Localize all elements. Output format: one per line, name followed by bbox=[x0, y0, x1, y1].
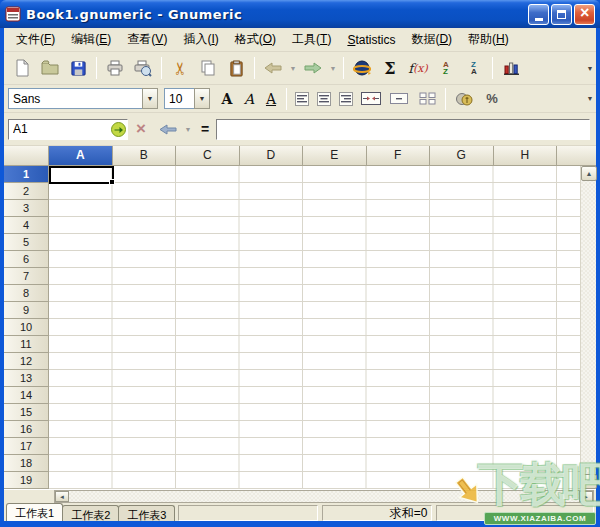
font-name-dropdown[interactable]: ▼ bbox=[142, 88, 158, 109]
row-header-18[interactable]: 18 bbox=[4, 455, 49, 472]
print-button[interactable] bbox=[101, 55, 129, 81]
scroll-up-button[interactable]: ▲ bbox=[581, 166, 597, 181]
column-header-g[interactable]: G bbox=[430, 146, 494, 166]
sheet-tab-1[interactable]: 工作表1 bbox=[6, 503, 63, 521]
row-header-19[interactable]: 19 bbox=[4, 472, 49, 489]
row-header-15[interactable]: 15 bbox=[4, 404, 49, 421]
center-across-button[interactable] bbox=[357, 86, 385, 112]
sort-ascending-button[interactable]: AZ bbox=[432, 55, 460, 81]
cell-name-box bbox=[8, 119, 128, 140]
goto-cell-icon[interactable] bbox=[111, 122, 126, 137]
toolbar-overflow-dropdown[interactable]: ▼ bbox=[584, 65, 596, 72]
align-left-button[interactable] bbox=[291, 88, 313, 110]
sheet-tab-3[interactable]: 工作表3 bbox=[118, 505, 175, 521]
row-header-3[interactable]: 3 bbox=[4, 200, 49, 217]
menu-item-h[interactable]: 帮助(H) bbox=[460, 28, 517, 51]
row-header-11[interactable]: 11 bbox=[4, 336, 49, 353]
menu-item-v[interactable]: 查看(V) bbox=[119, 28, 175, 51]
row-header-4[interactable]: 4 bbox=[4, 217, 49, 234]
horizontal-scrollbar[interactable]: ◄ ► bbox=[54, 490, 594, 503]
insert-function-button[interactable]: f(x) bbox=[404, 55, 432, 81]
cancel-edit-button[interactable]: × bbox=[128, 119, 154, 139]
print-icon bbox=[106, 59, 124, 77]
hyperlink-button[interactable] bbox=[348, 55, 376, 81]
font-size-dropdown[interactable]: ▼ bbox=[194, 88, 210, 109]
formula-input[interactable] bbox=[216, 119, 590, 140]
row-header-17[interactable]: 17 bbox=[4, 438, 49, 455]
row-header-1[interactable]: 1 bbox=[4, 166, 49, 183]
scroll-right-button[interactable]: ► bbox=[579, 491, 593, 502]
menu-item-i[interactable]: 插入(I) bbox=[175, 28, 226, 51]
column-header-h[interactable]: H bbox=[494, 146, 558, 166]
edit-dropdown[interactable]: ▼ bbox=[182, 126, 194, 133]
row-header-7[interactable]: 7 bbox=[4, 268, 49, 285]
row-header-14[interactable]: 14 bbox=[4, 387, 49, 404]
open-file-button[interactable] bbox=[36, 55, 64, 81]
sort-descending-button[interactable]: ZA bbox=[460, 55, 488, 81]
cell-reference-input[interactable] bbox=[8, 119, 128, 140]
split-cells-button[interactable] bbox=[413, 86, 441, 112]
row-header-12[interactable]: 12 bbox=[4, 353, 49, 370]
row-header-5[interactable]: 5 bbox=[4, 234, 49, 251]
close-button[interactable]: × bbox=[574, 4, 595, 25]
row-header-8[interactable]: 8 bbox=[4, 285, 49, 302]
paste-button[interactable] bbox=[222, 55, 250, 81]
row-header-16[interactable]: 16 bbox=[4, 421, 49, 438]
vertical-scrollbar[interactable]: ▲ ▼ bbox=[580, 166, 596, 489]
cut-button[interactable]: ✂ bbox=[166, 55, 194, 81]
column-header-d[interactable]: D bbox=[240, 146, 304, 166]
accept-edit-button[interactable] bbox=[154, 116, 182, 142]
row-header-2[interactable]: 2 bbox=[4, 183, 49, 200]
sum-button[interactable]: Σ bbox=[376, 55, 404, 81]
align-center-button[interactable] bbox=[313, 88, 335, 110]
menu-item-e[interactable]: 编辑(E) bbox=[63, 28, 119, 51]
menu-bar: 文件(F)编辑(E)查看(V)插入(I)格式(O)工具(T)Statistics… bbox=[4, 28, 596, 52]
close-icon: × bbox=[580, 5, 589, 21]
cells-area[interactable] bbox=[49, 166, 580, 489]
new-file-button[interactable] bbox=[8, 55, 36, 81]
column-header-filler bbox=[557, 146, 596, 166]
italic-button[interactable]: A bbox=[238, 88, 260, 110]
print-preview-button[interactable] bbox=[129, 55, 157, 81]
bold-button[interactable]: A bbox=[216, 88, 238, 110]
format-currency-button[interactable] bbox=[450, 86, 478, 112]
menu-item-f[interactable]: 文件(F) bbox=[8, 28, 63, 51]
active-cell-selection[interactable] bbox=[49, 166, 114, 184]
sheet-tab-2[interactable]: 工作表2 bbox=[62, 505, 119, 521]
menu-item-s[interactable]: Statistics bbox=[339, 30, 403, 50]
font-name-input[interactable] bbox=[8, 88, 142, 109]
insert-chart-button[interactable] bbox=[497, 55, 525, 81]
save-button[interactable] bbox=[64, 55, 92, 81]
format-percent-button[interactable]: % bbox=[478, 86, 506, 112]
select-all-corner[interactable] bbox=[4, 146, 49, 166]
column-header-e[interactable]: E bbox=[303, 146, 367, 166]
redo-dropdown[interactable]: ▼ bbox=[327, 65, 339, 72]
minimize-button[interactable] bbox=[528, 4, 549, 25]
scroll-down-button[interactable]: ▼ bbox=[581, 474, 597, 489]
scroll-left-button[interactable]: ◄ bbox=[55, 491, 69, 502]
row-header-13[interactable]: 13 bbox=[4, 370, 49, 387]
horizontal-scroll-row: ◄ ► bbox=[4, 490, 596, 503]
column-header-f[interactable]: F bbox=[367, 146, 431, 166]
undo-button[interactable] bbox=[259, 55, 287, 81]
row-header-10[interactable]: 10 bbox=[4, 319, 49, 336]
equals-button[interactable]: = bbox=[194, 121, 216, 137]
copy-button[interactable] bbox=[194, 55, 222, 81]
menu-item-d[interactable]: 数据(D) bbox=[403, 28, 460, 51]
merge-cells-button[interactable] bbox=[385, 86, 413, 112]
maximize-button[interactable] bbox=[551, 4, 572, 25]
column-header-b[interactable]: B bbox=[113, 146, 177, 166]
column-header-a[interactable]: A bbox=[49, 146, 113, 166]
redo-button[interactable] bbox=[299, 55, 327, 81]
undo-dropdown[interactable]: ▼ bbox=[287, 65, 299, 72]
column-header-c[interactable]: C bbox=[176, 146, 240, 166]
font-size-input[interactable] bbox=[164, 88, 194, 109]
row-header-9[interactable]: 9 bbox=[4, 302, 49, 319]
underline-button[interactable]: A bbox=[260, 88, 282, 110]
format-overflow-dropdown[interactable]: ▼ bbox=[584, 95, 596, 102]
window-content: 文件(F)编辑(E)查看(V)插入(I)格式(O)工具(T)Statistics… bbox=[4, 28, 596, 521]
align-right-button[interactable] bbox=[335, 88, 357, 110]
row-header-6[interactable]: 6 bbox=[4, 251, 49, 268]
menu-item-o[interactable]: 格式(O) bbox=[227, 28, 284, 51]
menu-item-t[interactable]: 工具(T) bbox=[284, 28, 339, 51]
